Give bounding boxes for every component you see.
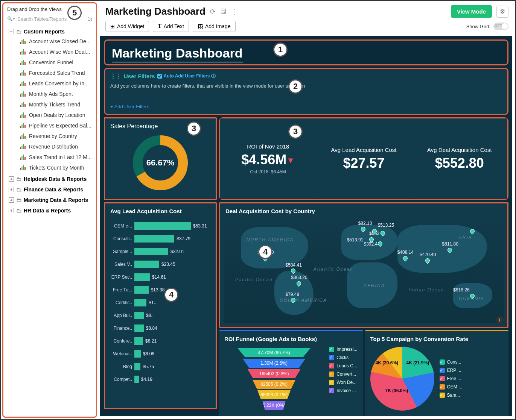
map-value: $584.41	[285, 262, 301, 268]
tree-item-label: Pipeline vs Expected Sal...	[29, 123, 91, 129]
continent-label: SOUTH AMERICA	[280, 298, 327, 303]
more-icon[interactable]: ⋮	[231, 8, 238, 16]
auto-add-filters[interactable]: Auto Add User Filters ⓘ	[157, 73, 216, 79]
settings-button[interactable]: ⚙	[496, 6, 508, 18]
tree-item[interactable]: Revenue by Country	[6, 131, 96, 141]
tree-item[interactable]: Monthly Tickets Trend	[6, 99, 96, 110]
chart-icon	[20, 70, 26, 76]
folder-icon: 🗀	[16, 176, 21, 182]
auto-add-checkbox[interactable]	[157, 74, 162, 79]
chart-icon	[20, 133, 26, 139]
map-value: $470.40	[420, 252, 436, 257]
image-icon: 🖼	[198, 23, 203, 29]
view-mode-button[interactable]: View Mode	[451, 5, 492, 18]
tree-item[interactable]: Pipeline vs Expected Sal...	[6, 120, 96, 131]
panel-title: ROI Funnel (Google Ads to Books)	[224, 336, 358, 342]
tree-item[interactable]: Conversion Funnel	[6, 57, 96, 68]
show-grid-label: Show Grid:	[466, 24, 490, 29]
sidebar-search[interactable]: 🔍▾ Search Tables/Reports 🗂	[3, 14, 96, 24]
add-image-button[interactable]: 🖼Add Image	[193, 21, 236, 32]
expand-icon[interactable]: +	[9, 208, 14, 213]
kpi-group: ROI of Nov 2018 $4.56M▼ Oct 2018: $6.45M…	[219, 117, 508, 200]
tree-group-marketing[interactable]: +🗀Marketing Data & Reports	[6, 196, 96, 205]
topbar: Marketing Dashboard ⟳ 🖫 ⋮ View Mode ⚙	[99, 1, 515, 21]
tree-item[interactable]: Tickets Count by Month	[6, 162, 96, 173]
lead-cost-bar-panel[interactable]: Avg Lead Acquisition Cost OEM e-..$53.31…	[104, 202, 217, 409]
ocean-label: Pacific Ocean	[235, 277, 273, 282]
funnel-legend: ✓Impressi...✓Clicks✓Leads C...✓Convert..…	[329, 347, 357, 410]
show-grid-toggle[interactable]: Show Grid: OFF	[466, 23, 508, 30]
new-folder-icon[interactable]: 🗂	[87, 16, 92, 22]
collapse-icon[interactable]: −	[9, 29, 14, 34]
tree-group-custom-reports[interactable]: − 🗀 Custom Reports	[6, 27, 96, 36]
add-widget-button[interactable]: ⊞Add Widget	[105, 21, 149, 32]
ocean-label: Atlantic Ocean	[314, 267, 353, 272]
tree-item[interactable]: Account Wise Won Deal...	[6, 47, 96, 57]
callout-3a: 3	[187, 121, 201, 136]
gear-icon: ⚙	[500, 8, 505, 15]
add-user-filters-link[interactable]: + Add User Filters	[110, 104, 149, 109]
kpi-title: Avg Deal Acquisition Cost	[417, 147, 502, 153]
expand-icon[interactable]: +	[9, 187, 14, 192]
folder-icon: 🗀	[16, 208, 21, 214]
tree-item-label: Account Wise Won Deal...	[29, 49, 90, 55]
page-title: Marketing Dashboard	[105, 6, 205, 17]
info-icon[interactable]: i	[496, 316, 504, 324]
chart-icon	[20, 123, 26, 128]
tree-item[interactable]: Sales Trend in Last 12 M...	[6, 152, 96, 162]
tree-group-finance[interactable]: +🗀Finance Data & Reports	[6, 185, 96, 194]
pie-slice-label: 4K (20.6%)	[376, 360, 399, 365]
map-value: $513.91	[347, 237, 363, 243]
tree-item-label: Revenue by Country	[29, 133, 77, 139]
chart-icon	[20, 102, 26, 107]
chart-icon	[20, 60, 26, 65]
refresh-icon[interactable]: ⟳	[210, 8, 216, 16]
tree-item[interactable]: Leads Conversion by In...	[6, 78, 96, 89]
btn-label: Add Widget	[117, 23, 144, 29]
folder-icon: 🗀	[16, 186, 21, 193]
dashboard-title-panel: Marketing Dashboard	[104, 39, 508, 65]
tree-group-helpdesk[interactable]: +🗀Helpdesk Data & Reports	[6, 174, 96, 183]
tree-item-label: Forecasted Sales Trend	[29, 70, 85, 76]
chart-icon	[20, 49, 26, 55]
tree-group-hr[interactable]: +🗀HR Data & Reports	[6, 206, 96, 215]
save-icon[interactable]: 🖫	[220, 8, 227, 15]
expand-icon[interactable]: +	[9, 176, 14, 182]
search-placeholder: Search Tables/Reports	[17, 16, 67, 22]
map-value: $82.13	[358, 221, 372, 226]
toggle-switch[interactable]: OFF	[493, 23, 508, 30]
tree-item[interactable]: Revenue Distribution	[6, 141, 96, 152]
help-icon[interactable]: ⓘ	[211, 73, 216, 79]
pie-slice-label: 4K (21.9%)	[406, 360, 429, 365]
tree-item[interactable]: Forecasted Sales Trend	[6, 68, 96, 78]
search-icon: 🔍▾	[7, 16, 15, 21]
callout-1: 1	[273, 42, 288, 57]
callout-4b: 4	[258, 245, 272, 259]
sidebar-drag-hint: Drag and Drop the Views	[3, 3, 96, 14]
map-panel[interactable]: Deal Acquisition Cost by Country NORTH A…	[219, 202, 508, 328]
funnel-panel[interactable]: ROI Funnel (Google Ads to Books) 47.70M …	[219, 330, 363, 416]
expand-icon[interactable]: +	[9, 197, 14, 203]
tree-item[interactable]: Open Deals by Location	[6, 110, 96, 120]
widget-icon: ⊞	[110, 23, 115, 29]
kpi-lead-cost[interactable]: Avg Lead Acquisition Cost $27.57	[316, 118, 411, 199]
callout-2: 2	[288, 79, 303, 94]
pie-chart: 4K (21.9%) 4K (20.6%) 7K (36.0%)	[370, 347, 434, 411]
tree-item[interactable]: Monthly Ads Spent	[6, 89, 96, 99]
user-filters-heading: User Filters	[124, 73, 155, 79]
tree-item[interactable]: Account wise Closed De..	[6, 36, 96, 47]
chart-icon	[20, 155, 26, 160]
map-value: $818.26	[453, 287, 469, 293]
tree-group-label: HR Data & Reports	[24, 208, 71, 214]
panel-title: Avg Lead Acquisition Cost	[110, 208, 210, 214]
tree-item-label: Open Deals by Location	[29, 112, 85, 118]
kpi-deal-cost[interactable]: Avg Deal Acquisition Cost $552.80	[412, 118, 507, 199]
callout-3b: 3	[288, 124, 303, 139]
add-text-button[interactable]: TAdd Text	[153, 21, 189, 32]
grip-icon[interactable]: ⋮⋮	[110, 73, 122, 79]
tree-item-label: Monthly Ads Spent	[29, 91, 73, 97]
tree-item-label: Conversion Funnel	[29, 59, 73, 65]
chart-icon	[20, 165, 26, 170]
kpi-value: $552.80	[417, 155, 502, 171]
pie-panel[interactable]: Top 5 Campaign by Conversion Rate 4K (21…	[365, 330, 509, 416]
